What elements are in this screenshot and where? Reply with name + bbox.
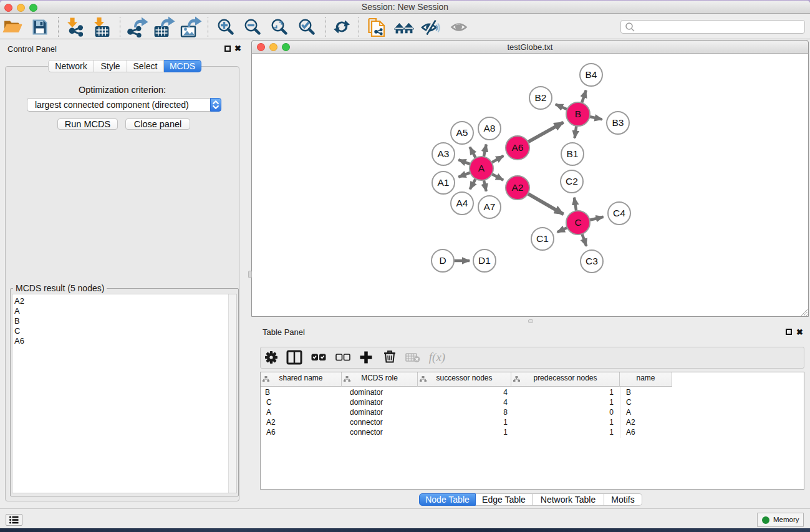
svg-text:A1: A1 [438,177,450,188]
svg-text:D1: D1 [478,255,491,266]
svg-text:D: D [439,255,446,266]
svg-text:C1: C1 [536,233,549,244]
svg-text:C4: C4 [613,208,625,218]
svg-text:C: C [574,217,581,228]
svg-text:A8: A8 [484,123,496,133]
svg-text:A: A [478,163,485,173]
svg-text:A5: A5 [456,127,468,138]
svg-text:f(x): f(x) [429,351,445,364]
svg-text:A2: A2 [512,182,524,193]
svg-text:B2: B2 [535,92,547,103]
svg-text:A3: A3 [438,148,450,159]
svg-text:A7: A7 [484,201,496,212]
svg-text:B1: B1 [567,148,579,159]
svg-text:C3: C3 [586,256,598,266]
svg-text:B3: B3 [612,117,624,128]
svg-text:A4: A4 [456,198,468,208]
svg-text:A6: A6 [512,142,524,153]
svg-text:B: B [575,109,581,119]
svg-text:B4: B4 [586,69,597,80]
svg-text:C2: C2 [566,176,578,186]
